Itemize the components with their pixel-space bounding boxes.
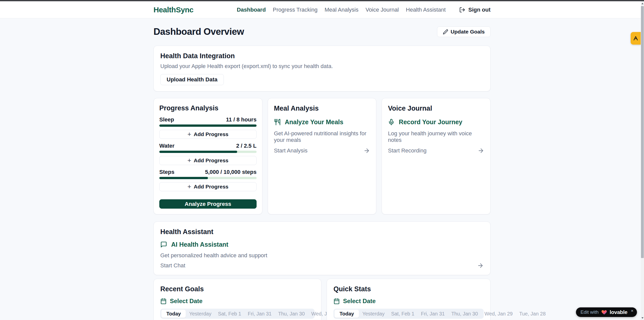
analyze-your-meals-link[interactable]: Analyze Your Meals (274, 118, 370, 126)
progress-bar-fill (159, 177, 208, 179)
calendar-icon (333, 298, 340, 304)
progress-bar-track (159, 124, 257, 127)
sign-out-button[interactable]: Sign out (459, 7, 490, 13)
health-data-integration-card: Health Data Integration Upload your Appl… (154, 46, 490, 91)
metric-value: 11 / 8 hours (226, 116, 257, 123)
card-description: Get AI-powered nutritional insights for … (274, 130, 370, 143)
progress-metric: Sleep 11 / 8 hours + Add Progress (159, 116, 257, 139)
date-tab[interactable]: Today (334, 310, 359, 318)
chat-bubble-icon (160, 241, 167, 248)
metric-label: Steps (159, 169, 174, 175)
progress-bar-track (159, 177, 257, 179)
lovable-heart-icon (601, 309, 607, 315)
date-tab[interactable]: Yesterday (186, 310, 214, 318)
close-icon[interactable]: × (631, 308, 633, 313)
plus-icon: + (187, 183, 191, 190)
card-title: Progress Analysis (159, 104, 257, 112)
nav-item[interactable]: Progress Tracking (273, 7, 317, 13)
card-title: Quick Stats (333, 285, 484, 293)
date-tab[interactable]: Thu, Jan 30 (275, 310, 308, 318)
vertical-scrollbar[interactable] (641, 1, 644, 320)
recent-goals-card: Recent Goals Select Date TodayYesterdayS… (154, 279, 321, 320)
start-analysis-link[interactable]: Start Analysis (274, 147, 370, 154)
progress-metric: Steps 5,000 / 10,000 steps + Add Progres… (159, 169, 257, 191)
date-tab[interactable]: Fri, Jan 31 (244, 310, 275, 318)
progress-metric: Water 2 / 2.5 L + Add Progress (159, 143, 257, 165)
add-progress-button[interactable]: + Add Progress (159, 182, 257, 191)
edit-with-lovable-badge[interactable]: Edit with lovable × (576, 307, 637, 317)
microphone-icon (388, 119, 395, 125)
meal-analysis-card: Meal Analysis Analyze Your Meals Get AI-… (268, 98, 377, 214)
select-date-button[interactable]: Select Date (333, 298, 484, 305)
calendar-icon (160, 298, 167, 304)
main-nav: DashboardProgress TrackingMeal AnalysisV… (237, 7, 490, 13)
record-your-journey-link[interactable]: Record Your Journey (388, 118, 484, 126)
metric-value: 2 / 2.5 L (236, 143, 257, 149)
card-title: Health Data Integration (160, 52, 484, 60)
page-title: Dashboard Overview (154, 26, 244, 37)
date-tab[interactable]: Wed, Jan 29 (481, 310, 516, 318)
app-logo[interactable]: HealthSync (154, 6, 193, 14)
card-description: Upload your Apple Health export (export.… (160, 63, 484, 70)
card-title: Health Assistant (160, 228, 484, 236)
progress-bar-track (159, 151, 257, 153)
metric-label: Sleep (159, 116, 174, 123)
nav-item[interactable]: Meal Analysis (325, 7, 359, 13)
date-tab[interactable]: Yesterday (359, 310, 388, 318)
nav-item[interactable]: Health Assistant (406, 7, 446, 13)
arrow-right-icon (477, 262, 484, 269)
arrow-right-icon (478, 147, 484, 154)
date-tabs: TodayYesterdaySat, Feb 1Fri, Jan 31Thu, … (160, 309, 315, 319)
quick-stats-card: Quick Stats Select Date TodayYesterdaySa… (327, 279, 490, 320)
plus-icon: + (187, 157, 191, 164)
top-navbar: HealthSync DashboardProgress TrackingMea… (0, 1, 644, 18)
card-description: Get personalized health advice and suppo… (160, 252, 484, 259)
progress-analysis-card: Progress Analysis Sleep 11 / 8 hours + A… (154, 98, 262, 214)
scrollbar-thumb[interactable] (641, 6, 644, 258)
select-date-button[interactable]: Select Date (160, 298, 315, 305)
floating-widget-button[interactable] (631, 32, 641, 45)
nav-item[interactable]: Voice Journal (365, 7, 399, 13)
date-tab[interactable]: Thu, Jan 30 (448, 310, 481, 318)
upload-health-data-button[interactable]: Upload Health Data (160, 74, 224, 85)
fab-logo-icon (633, 35, 639, 41)
start-chat-link[interactable]: Start Chat (160, 262, 484, 269)
pencil-icon (443, 29, 448, 35)
card-title: Meal Analysis (274, 104, 370, 112)
date-tab[interactable]: Tue, Jan 28 (516, 310, 549, 318)
card-description: Log your health journey with voice notes (388, 130, 484, 143)
metric-value: 5,000 / 10,000 steps (205, 169, 256, 175)
date-tab[interactable]: Sat, Feb 1 (215, 310, 244, 318)
ai-health-assistant-link[interactable]: AI Health Assistant (160, 241, 484, 248)
scroll-up-arrow[interactable] (641, 1, 644, 6)
date-tab[interactable]: Fri, Jan 31 (418, 310, 448, 318)
card-title: Recent Goals (160, 285, 315, 293)
analyze-progress-button[interactable]: Analyze Progress (159, 199, 257, 209)
voice-journal-card: Voice Journal Record Your Journey Log yo… (382, 98, 490, 214)
progress-bar-fill (159, 151, 237, 153)
scroll-down-arrow[interactable] (641, 316, 644, 320)
progress-bar-fill (159, 124, 257, 127)
health-assistant-card: Health Assistant AI Health Assistant Get… (154, 221, 490, 275)
plus-icon: + (187, 131, 191, 137)
logout-icon (459, 7, 465, 13)
add-progress-button[interactable]: + Add Progress (159, 130, 257, 139)
metric-label: Water (159, 143, 174, 149)
date-tab[interactable]: Sat, Feb 1 (388, 310, 418, 318)
nav-item[interactable]: Dashboard (237, 7, 266, 13)
update-goals-button[interactable]: Update Goals (437, 26, 490, 37)
start-recording-link[interactable]: Start Recording (388, 147, 484, 154)
date-tabs: TodayYesterdaySat, Feb 1Fri, Jan 31Thu, … (333, 309, 484, 319)
arrow-right-icon (363, 147, 370, 154)
utensils-icon (274, 119, 281, 125)
date-tab[interactable]: Today (161, 310, 186, 318)
card-title: Voice Journal (388, 104, 484, 112)
add-progress-button[interactable]: + Add Progress (159, 156, 257, 165)
